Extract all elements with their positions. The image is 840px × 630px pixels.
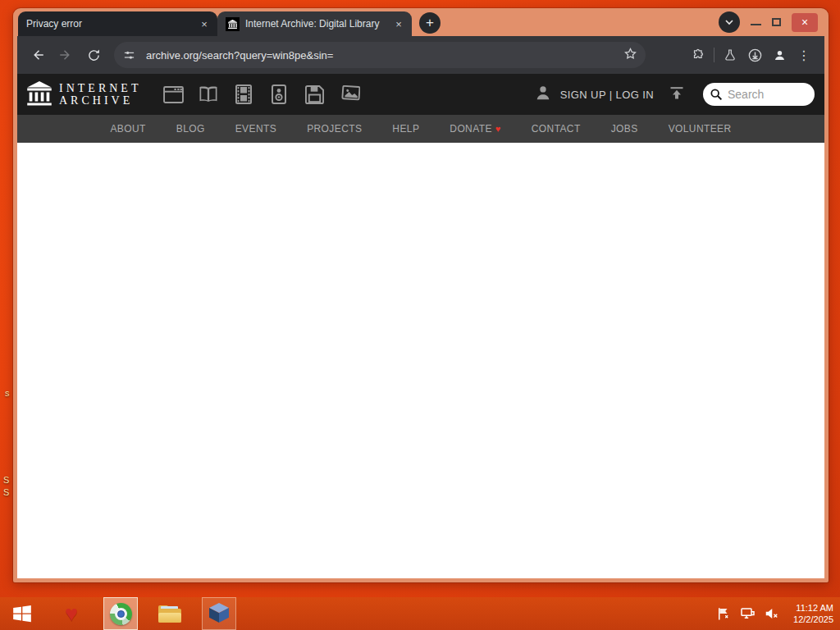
tab-internet-archive[interactable]: Internet Archive: Digital Library × xyxy=(217,11,412,36)
window-controls: × xyxy=(719,8,823,36)
page-content-blank xyxy=(17,143,824,578)
internet-archive-wordmark: INTERNET ARCHIVE xyxy=(59,82,141,107)
video-film-icon[interactable] xyxy=(233,84,254,105)
nav-donate-label: DONATE xyxy=(450,123,492,135)
browser-menu-icon[interactable]: ⋮ xyxy=(792,43,816,67)
clock-date: 12/2/2025 xyxy=(793,614,833,625)
clock-time: 11:12 AM xyxy=(793,602,833,614)
windows-logo-icon xyxy=(11,603,33,624)
reload-button[interactable] xyxy=(81,43,106,67)
start-button[interactable] xyxy=(5,597,39,630)
internet-archive-building-icon xyxy=(27,81,52,107)
volume-muted-icon[interactable] xyxy=(763,605,779,622)
header-right: SIGN UP | LOG IN xyxy=(534,83,815,106)
web-archive-icon[interactable] xyxy=(162,84,184,105)
tab-title: Internet Archive: Digital Library xyxy=(245,18,386,30)
nav-contact[interactable]: CONTACT xyxy=(532,123,581,135)
labs-flask-icon[interactable] xyxy=(718,43,742,67)
media-type-icons xyxy=(162,84,360,105)
internet-archive-favicon-icon xyxy=(226,17,240,31)
new-tab-button[interactable]: + xyxy=(419,12,441,34)
red-app-taskbar-button[interactable]: ♥ xyxy=(54,597,89,630)
forward-button[interactable] xyxy=(53,43,78,67)
toolbar-right-icons: ⋮ xyxy=(686,43,816,67)
virtualbox-icon xyxy=(209,603,229,624)
tab-privacy-error[interactable]: Privacy error × xyxy=(18,11,217,36)
file-explorer-icon xyxy=(158,605,181,623)
desktop-label-fragment: S xyxy=(3,487,9,497)
taskbar-clock[interactable]: 11:12 AM 12/2/2025 xyxy=(793,602,833,625)
browser-toolbar: archive.org/search?query=win8pe&sin= ⋮ xyxy=(17,36,824,74)
upload-icon[interactable] xyxy=(669,84,685,104)
toolbar-separator xyxy=(714,48,714,62)
tab-title: Privacy error xyxy=(26,18,192,30)
nav-jobs[interactable]: JOBS xyxy=(611,123,638,135)
tab-close-icon[interactable]: × xyxy=(198,17,211,30)
downloads-icon[interactable] xyxy=(742,43,767,67)
archive-search-box[interactable] xyxy=(703,83,815,106)
minimize-button[interactable] xyxy=(751,24,761,25)
url-text[interactable]: archive.org/search?query=win8pe&sin= xyxy=(146,49,616,62)
address-bar[interactable]: archive.org/search?query=win8pe&sin= xyxy=(114,42,646,68)
images-photos-icon[interactable] xyxy=(339,84,360,105)
tab-search-chevron-button[interactable] xyxy=(719,11,740,33)
action-center-flag-icon[interactable] xyxy=(715,605,732,622)
search-icon xyxy=(710,88,723,101)
chromium-taskbar-button[interactable] xyxy=(103,597,138,630)
site-settings-icon[interactable] xyxy=(119,45,139,65)
nav-blog[interactable]: BLOG xyxy=(176,123,205,135)
nav-help[interactable]: HELP xyxy=(392,123,419,135)
donate-heart-icon: ♥ xyxy=(495,124,501,134)
desktop-label-fragment: S xyxy=(3,475,9,485)
audio-speaker-icon[interactable] xyxy=(268,84,290,105)
nav-about[interactable]: ABOUT xyxy=(110,123,145,135)
internet-archive-header: INTERNET ARCHIVE xyxy=(17,74,824,115)
tab-strip: Privacy error × Internet Archive: Digita… xyxy=(17,8,824,36)
desktop-label-fragment: s xyxy=(5,388,10,398)
chromium-icon xyxy=(110,603,132,625)
back-button[interactable] xyxy=(25,43,50,67)
file-explorer-taskbar-button[interactable] xyxy=(153,597,187,630)
red-app-icon: ♥ xyxy=(65,603,78,625)
maximize-button[interactable] xyxy=(772,18,781,26)
internet-archive-nav: ABOUT BLOG EVENTS PROJECTS HELP DONATE♥ … xyxy=(17,115,824,143)
profile-avatar-icon[interactable] xyxy=(767,43,792,67)
sign-up-log-in-link[interactable]: SIGN UP | LOG IN xyxy=(560,89,654,101)
software-floppy-icon[interactable] xyxy=(304,84,325,105)
extensions-icon[interactable] xyxy=(686,43,710,67)
nav-projects[interactable]: PROJECTS xyxy=(307,123,362,135)
archive-search-input[interactable] xyxy=(728,88,803,101)
network-status-icon[interactable] xyxy=(739,605,756,622)
nav-donate[interactable]: DONATE♥ xyxy=(450,123,500,135)
close-window-button[interactable]: × xyxy=(792,13,818,32)
account-person-icon[interactable] xyxy=(534,84,552,105)
nav-events[interactable]: EVENTS xyxy=(235,123,276,135)
internet-archive-logo[interactable]: INTERNET ARCHIVE xyxy=(27,81,141,107)
bookmark-star-icon[interactable] xyxy=(623,47,637,64)
system-tray: 11:12 AM 12/2/2025 xyxy=(715,602,840,625)
browser-window: Privacy error × Internet Archive: Digita… xyxy=(13,8,829,582)
taskbar: ♥ 11:12 AM 12/2/2025 xyxy=(0,597,840,630)
nav-volunteer[interactable]: VOLUNTEER xyxy=(669,123,732,135)
texts-book-icon[interactable] xyxy=(198,84,219,105)
tab-close-icon[interactable]: × xyxy=(392,17,405,30)
virtualbox-taskbar-button[interactable] xyxy=(202,597,236,630)
